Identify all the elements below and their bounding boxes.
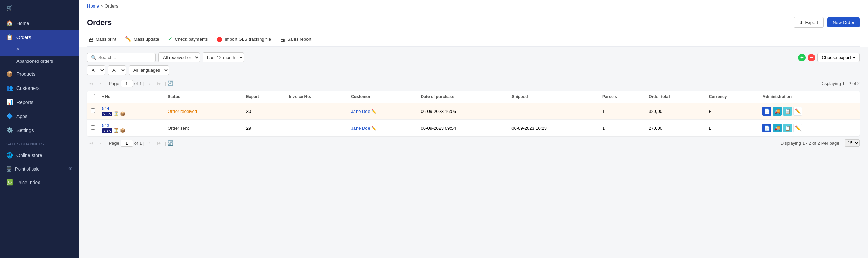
select-all-checkbox[interactable] <box>91 94 95 98</box>
row-544-order-link[interactable]: 544 <box>102 106 109 111</box>
table-header: ▾ No. Status Export Invoice No. Customer… <box>87 91 860 103</box>
page-number-input[interactable] <box>121 80 133 87</box>
sidebar-logo: 🛒 <box>0 0 79 16</box>
per-page-select[interactable]: 15 25 50 <box>845 139 860 147</box>
bottom-next-page-button[interactable]: › <box>146 139 154 147</box>
row-544-shipped-cell <box>508 103 599 120</box>
breadcrumb-current: Orders <box>105 3 118 9</box>
last-page-button[interactable]: ⏭ <box>155 79 164 87</box>
row-543-currency-cell: £ <box>706 120 759 137</box>
check-payments-button[interactable]: ✔ Check payments <box>167 35 209 43</box>
row-543-customer-link[interactable]: Jane Doe <box>351 126 370 131</box>
row-543-total: 270,00 <box>649 126 662 131</box>
remove-filter-button[interactable]: − <box>808 54 815 61</box>
row-544-status: Order received <box>168 109 197 114</box>
reports-icon: 📊 <box>6 99 13 105</box>
first-page-button[interactable]: ⏮ <box>87 79 95 87</box>
new-order-button[interactable]: New Order <box>827 17 860 27</box>
sidebar-item-customers-label: Customers <box>16 85 40 91</box>
mass-print-button[interactable]: 🖨 Mass print <box>87 36 118 43</box>
export-button[interactable]: ⬇ Export <box>794 17 824 28</box>
th-no: ▾ No. <box>98 91 164 103</box>
row-543-checkbox[interactable] <box>91 125 95 130</box>
page-sep-2: | <box>143 81 144 86</box>
row-543-parcels: 1 <box>602 126 605 131</box>
sidebar-item-point-of-sale[interactable]: 🖥️ Point of sale 👁 <box>0 162 79 175</box>
sidebar-sub-item-all[interactable]: All <box>0 44 79 56</box>
row-544-customer-link[interactable]: Jane Doe <box>351 109 370 114</box>
prev-page-button[interactable]: ‹ <box>97 79 105 87</box>
row-543-edit-btn[interactable]: ✏️ <box>793 124 802 132</box>
content-area: 🔍 All received or Last 12 month + − Choo… <box>79 47 868 258</box>
sidebar-item-settings[interactable]: ⚙️ Settings <box>0 123 79 137</box>
bottom-refresh-button[interactable]: 🔄 <box>167 140 174 146</box>
row-543-doc-button[interactable]: 📄 <box>762 124 771 132</box>
row-543-list-button[interactable]: 📋 <box>783 124 792 132</box>
period-filter-select[interactable]: Last 12 month <box>203 52 244 62</box>
orders-icon: 📋 <box>6 34 13 40</box>
row-544-currency: £ <box>709 109 711 114</box>
sidebar-item-products-label: Products <box>16 71 35 77</box>
pos-visibility-icon[interactable]: 👁 <box>68 166 73 172</box>
row-543-no-cell: 543 VISA ⏳ 📦 <box>98 120 164 137</box>
row-544-doc-button[interactable]: 📄 <box>762 107 771 116</box>
mass-update-label: Mass update <box>134 37 159 42</box>
bottom-prev-page-button[interactable]: ‹ <box>97 139 105 147</box>
row-544-truck-button[interactable]: 🚚 <box>773 107 782 116</box>
import-gls-button[interactable]: ⬤ Import GLS tracking file <box>215 35 273 43</box>
th-shipped: Shipped <box>508 91 599 103</box>
status-filter-select[interactable]: All received or <box>158 52 200 62</box>
main-content: Home › Orders Orders ⬇ Export New Order … <box>79 0 868 258</box>
home-icon: 🏠 <box>6 20 13 26</box>
sidebar-item-products[interactable]: 📦 Products <box>0 67 79 81</box>
next-page-button[interactable]: › <box>146 79 154 87</box>
page-label: Page <box>109 81 119 86</box>
breadcrumb-home-link[interactable]: Home <box>87 3 99 9</box>
sidebar-item-apps[interactable]: 🔷 Apps <box>0 109 79 123</box>
pos-icon: 🖥️ <box>6 166 12 172</box>
sales-report-button[interactable]: 🖨 Sales report <box>279 36 313 43</box>
settings-icon: ⚙️ <box>6 127 13 133</box>
row-543-order-link[interactable]: 543 <box>102 123 109 128</box>
import-gls-icon: ⬤ <box>217 36 222 42</box>
sidebar-item-reports[interactable]: 📊 Reports <box>0 95 79 109</box>
row-543-truck-button[interactable]: 🚚 <box>773 124 782 132</box>
bottom-last-page-button[interactable]: ⏭ <box>155 139 164 147</box>
row-544-checkbox-cell <box>87 103 98 120</box>
products-icon: 📦 <box>6 71 13 77</box>
sidebar-item-price-index[interactable]: 💹 Price index <box>0 175 79 189</box>
add-filter-button[interactable]: + <box>798 54 806 61</box>
sidebar-sub-all-label: All <box>16 47 21 52</box>
bottom-first-page-button[interactable]: ⏮ <box>87 139 95 147</box>
choose-export-button[interactable]: Choose export ▾ <box>817 53 860 62</box>
search-box[interactable]: 🔍 <box>87 53 156 62</box>
row-544-list-button[interactable]: 📋 <box>783 107 792 116</box>
bottom-page-input[interactable] <box>121 140 133 147</box>
all-filter-1[interactable]: All <box>87 65 105 75</box>
row-543-parcels-cell: 1 <box>599 120 645 137</box>
sidebar-item-customers[interactable]: 👥 Customers <box>0 81 79 95</box>
row-544-edit-btn[interactable]: ✏️ <box>793 107 802 116</box>
row-544-export-cell: 30 <box>243 103 286 120</box>
row-543-edit-icon[interactable]: ✏️ <box>371 126 376 131</box>
sidebar-item-online-store[interactable]: 🌐 Online store <box>0 148 79 162</box>
sidebar-item-orders[interactable]: 📋 Orders <box>0 30 79 44</box>
th-order-total: Order total <box>645 91 706 103</box>
search-input[interactable] <box>98 55 146 60</box>
row-544-edit-icon[interactable]: ✏️ <box>371 109 376 114</box>
hourglass-icon: ⏳ <box>113 111 119 116</box>
visa-icon-2: VISA <box>102 128 112 133</box>
displaying-text-top: Displaying 1 - 2 of 2 <box>820 81 860 86</box>
row-544-checkbox[interactable] <box>91 108 95 113</box>
row-543-invoice-cell <box>286 120 348 137</box>
table-row: 543 VISA ⏳ 📦 Order sent 29 <box>87 120 860 137</box>
bottom-page-of-label: of 1 <box>134 141 142 146</box>
mass-update-button[interactable]: ✏️ Mass update <box>124 35 160 43</box>
row-544-total: 320,00 <box>649 109 662 114</box>
sidebar-item-home[interactable]: 🏠 Home <box>0 16 79 30</box>
language-filter[interactable]: All languages <box>129 65 169 75</box>
refresh-button[interactable]: 🔄 <box>167 80 174 86</box>
orders-table: ▾ No. Status Export Invoice No. Customer… <box>87 91 860 136</box>
sidebar-sub-item-abandoned[interactable]: Abandoned orders <box>0 56 79 67</box>
all-filter-2[interactable]: All <box>108 65 126 75</box>
